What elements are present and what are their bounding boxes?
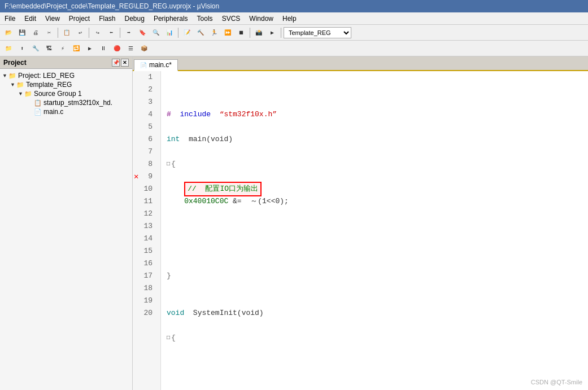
project-close-button[interactable]: ✕ [121,59,129,67]
toolbar2: 📁⬆🔧🏗⚡🔁▶⏸🔴☰📦 [0,41,588,56]
toolbar2-btn-8[interactable]: 🔴 [111,42,123,55]
code-line-2: # include “stm32f10x.h” [161,108,588,121]
toolbar2-btn-4[interactable]: ⚡ [56,42,69,55]
line-num-13: 13 [133,220,156,233]
title-bar: F:\embedded\Project_code\Template_REG\LE… [0,0,588,12]
code-line-11 [161,220,588,233]
tab-file-icon: 📄 [140,62,147,68]
toolbar-btn-13[interactable]: 🔨 [194,27,207,39]
code-line-18: void SystemInit(void) [161,307,588,319]
menu-item-peripherals[interactable]: Peripherals [149,14,193,24]
file-icon-4: 📄 [34,108,42,116]
tree-item-2[interactable]: ▼📁Source Group 1 [0,89,132,98]
project-dropdown[interactable]: Template_REG [284,27,351,38]
toolbar-btn-7[interactable]: ⬅ [105,27,117,39]
toolbar-separator [89,28,89,38]
menu-item-debug[interactable]: Debug [120,14,149,24]
toolbar2-btn-5[interactable]: 🔁 [70,42,82,55]
line-num-20: 20 [133,307,156,319]
toolbar-btn-12[interactable]: 📝 [181,27,193,39]
toolbar-btn-6[interactable]: ↪ [92,27,104,39]
line-num-3: 3 [133,96,156,108]
toolbar2-btn-6[interactable]: ▶ [84,42,96,55]
tree-item-4[interactable]: 📄main.c [0,107,132,116]
tab-main-c[interactable]: 📄 main.c* [134,59,178,71]
toolbar-btn-0[interactable]: 📂 [2,27,15,39]
toolbar-btn-15[interactable]: ⏩ [221,27,234,39]
tree-toggle-0[interactable]: ▼ [2,73,7,78]
file-icon-3: 📋 [34,99,42,107]
toolbar-btn-5[interactable]: ↩ [74,27,86,39]
toolbar-btn-10[interactable]: 🔍 [150,27,162,39]
line-num-11: 11 [133,195,156,208]
tree-label-2: Source Group 1 [34,90,82,98]
toolbar-separator [250,28,250,38]
code-content[interactable]: # include “stm32f10x.h”int main(void)□{ … [161,71,588,390]
toolbar-separator [178,28,178,38]
toolbar-separator-dropdown [281,28,281,38]
folder-icon-2: 📁 [24,90,32,98]
toolbar-separator [58,28,58,38]
tab-label: main.c* [149,61,172,69]
toolbar-btn-17[interactable]: 📸 [252,27,265,39]
toolbar2-btn-1[interactable]: ⬆ [16,42,28,55]
line-num-2: 2 [133,84,156,96]
editor-area: 📄 main.c* 12345678✕910111213141516171819… [133,56,588,390]
tree-item-1[interactable]: ▼📁Template_REG [0,80,132,89]
code-line-3 [161,121,588,133]
menu-item-flash[interactable]: Flash [94,14,120,24]
tree-toggle-2[interactable]: ▼ [18,91,23,97]
menu-item-tools[interactable]: Tools [193,14,217,24]
toolbar2-btn-3[interactable]: 🏗 [43,42,55,55]
tree-toggle-1[interactable]: ▼ [10,82,15,87]
code-editor[interactable]: 12345678✕91011121314151617181920 # inclu… [133,71,588,390]
line-num-16: 16 [133,257,156,270]
toolbar2-btn-9[interactable]: ☰ [124,42,137,55]
menu-item-window[interactable]: Window [245,14,278,24]
tree-label-3: startup_stm32f10x_hd. [43,99,112,107]
toolbar2-btn-2[interactable]: 🔧 [29,42,42,55]
toolbar2-btn-7[interactable]: ⏸ [97,42,110,55]
line-num-8: 8 [133,158,156,170]
line-num-9: ✕9 [133,170,156,183]
menu-item-help[interactable]: Help [278,14,301,24]
toolbar-separator [120,28,120,38]
line-num-18: 18 [133,282,156,295]
toolbar-btn-11[interactable]: 📊 [163,27,176,39]
toolbar-btn-9[interactable]: 🔖 [136,27,149,39]
menu-item-view[interactable]: View [41,14,64,24]
project-pin-button[interactable]: 📌 [112,59,120,67]
line-num-1: 1 [133,71,156,84]
toolbar2-btn-10[interactable]: 📦 [138,42,150,55]
code-line-5 [161,146,588,158]
tree-item-3[interactable]: 📋startup_stm32f10x_hd. [0,98,132,107]
watermark: CSDN @QT-Smile [531,379,582,385]
toolbar-btn-3[interactable]: ✂ [43,27,55,39]
code-line-20: □{ [161,332,588,344]
toolbar-btn-8[interactable]: ➡ [123,27,135,39]
menu-item-project[interactable]: Project [64,14,94,24]
toolbar-btn-1[interactable]: 💾 [16,27,28,39]
code-line-12 [161,233,588,245]
code-line-19 [161,319,588,332]
toolbar-btn-18[interactable]: ▶ [266,27,278,39]
toolbar-btn-2[interactable]: 🖨 [29,27,42,39]
line-numbers: 12345678✕91011121314151617181920 [133,71,161,390]
toolbar-btn-16[interactable]: ⏹ [235,27,247,39]
code-line-16 [161,282,588,295]
title-text: F:\embedded\Project_code\Template_REG\LE… [5,2,219,10]
menu-item-edit[interactable]: Edit [20,14,41,24]
toolbar2-btn-0[interactable]: 📁 [2,42,15,55]
line-num-4: 4 [133,108,156,121]
toolbar-btn-14[interactable]: 🏃 [208,27,220,39]
code-line-9: 0x40010C0C &= ～(1<<0); [161,195,588,208]
folder-icon-1: 📁 [16,81,24,89]
menu-item-svcs[interactable]: SVCS [217,14,245,24]
project-header-icons: 📌 ✕ [112,59,129,67]
tree-item-0[interactable]: ▼📁Project: LED_REG [0,71,132,80]
folder-icon-0: 📁 [8,72,16,80]
menu-item-file[interactable]: File [0,14,20,24]
toolbar-btn-4[interactable]: 📋 [60,27,73,39]
line-num-6: 6 [133,133,156,146]
line-num-15: 15 [133,245,156,257]
